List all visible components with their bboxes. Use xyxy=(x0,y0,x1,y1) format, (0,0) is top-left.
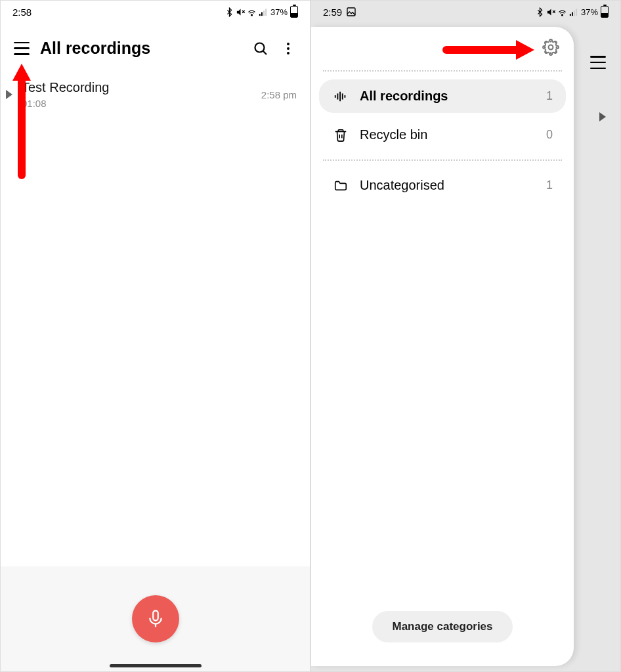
status-icons: 37% xyxy=(225,6,298,18)
app-header: All recordings xyxy=(1,20,310,70)
svg-rect-6 xyxy=(265,9,267,16)
drawer-item-label: Uncategorised xyxy=(360,178,536,193)
drawer-item-count: 1 xyxy=(546,178,553,192)
drawer-item-label: All recordings xyxy=(360,89,536,104)
status-bar: 2:58 37% xyxy=(1,1,310,20)
recording-duration: 01:08 xyxy=(22,98,252,109)
signal-icon xyxy=(568,7,578,17)
phone-screen-main: 2:58 37% All recordings Test Recording 0… xyxy=(0,0,310,672)
phone-screen-drawer: 2:59 37% xyxy=(310,0,621,672)
drawer-item-count: 1 xyxy=(546,89,553,103)
signal-icon xyxy=(258,7,268,17)
svg-point-7 xyxy=(255,43,265,52)
bg-play-icon xyxy=(599,112,606,121)
status-icons: 37% xyxy=(535,6,609,18)
svg-rect-9 xyxy=(153,611,158,621)
svg-line-8 xyxy=(263,51,267,54)
drawer-item-label: Recycle bin xyxy=(360,127,536,142)
status-time: 2:58 xyxy=(12,7,32,18)
wifi-icon xyxy=(247,7,257,17)
svg-rect-15 xyxy=(570,14,571,16)
svg-rect-11 xyxy=(347,8,355,16)
image-indicator-icon xyxy=(346,7,356,17)
battery-percent: 37% xyxy=(581,7,598,17)
record-panel xyxy=(1,566,310,671)
microphone-icon xyxy=(146,609,165,629)
trash-icon xyxy=(333,128,348,142)
battery-percent: 37% xyxy=(270,7,288,17)
settings-button[interactable] xyxy=(542,39,559,58)
gear-icon xyxy=(542,39,559,56)
bluetooth-icon xyxy=(225,7,234,17)
more-button[interactable] xyxy=(280,40,297,57)
svg-rect-18 xyxy=(576,9,577,16)
manage-categories-button[interactable]: Manage categories xyxy=(372,611,512,642)
play-icon[interactable] xyxy=(6,90,12,99)
divider xyxy=(323,159,562,161)
more-icon xyxy=(287,43,289,54)
svg-point-14 xyxy=(562,14,563,15)
svg-point-2 xyxy=(251,14,253,15)
page-title: All recordings xyxy=(40,39,242,58)
battery-icon xyxy=(290,6,298,18)
battery-icon xyxy=(601,6,609,18)
drawer-item-count: 0 xyxy=(546,128,553,142)
folder-icon xyxy=(333,178,348,193)
svg-rect-5 xyxy=(263,10,265,16)
svg-rect-16 xyxy=(572,12,573,16)
svg-point-19 xyxy=(549,45,553,50)
search-icon xyxy=(253,41,268,56)
search-button[interactable] xyxy=(252,40,269,57)
mute-icon xyxy=(546,7,556,17)
status-bar: 2:59 37% xyxy=(311,1,620,20)
status-time: 2:59 xyxy=(323,7,342,18)
svg-rect-4 xyxy=(261,12,263,16)
mute-icon xyxy=(236,7,246,17)
svg-rect-17 xyxy=(574,10,575,16)
record-button[interactable] xyxy=(132,595,179,642)
waveform-icon xyxy=(333,89,348,104)
recording-time: 2:58 pm xyxy=(261,89,297,100)
recording-item[interactable]: Test Recording 01:08 2:58 pm xyxy=(1,70,310,119)
navigation-drawer: All recordings 1 Recycle bin 0 Uncategor xyxy=(311,27,574,666)
bg-menu-button xyxy=(590,56,606,69)
divider xyxy=(323,70,562,72)
menu-button[interactable] xyxy=(14,42,30,55)
svg-rect-3 xyxy=(259,14,261,16)
recording-title: Test Recording xyxy=(22,80,252,95)
drawer-item-uncategorised[interactable]: Uncategorised 1 xyxy=(319,169,566,202)
bluetooth-icon xyxy=(535,7,545,17)
nav-handle[interactable] xyxy=(110,664,202,667)
drawer-item-all-recordings[interactable]: All recordings 1 xyxy=(319,79,566,113)
wifi-icon xyxy=(557,7,567,17)
drawer-item-recycle-bin[interactable]: Recycle bin 0 xyxy=(319,118,566,152)
